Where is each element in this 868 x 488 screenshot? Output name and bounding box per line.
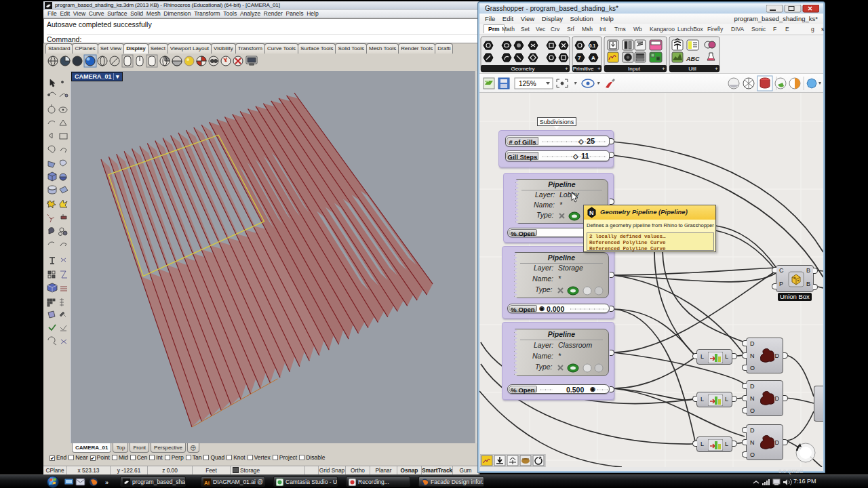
svg-text:125%: 125% [519, 80, 536, 87]
svg-text:+: + [662, 66, 665, 72]
svg-text:7: 7 [578, 55, 581, 61]
svg-text:A: A [591, 55, 595, 61]
svg-text:0.1: 0.1 [589, 43, 595, 48]
svg-text:Primitive: Primitive [573, 66, 594, 72]
svg-text:Util: Util [688, 66, 696, 72]
svg-text:ABC: ABC [686, 56, 700, 62]
svg-text:Ai: Ai [204, 480, 210, 486]
svg-text:»: » [105, 479, 108, 486]
svg-text:Geometry: Geometry [511, 66, 534, 72]
svg-text:+: + [565, 66, 568, 72]
svg-text:N: N [589, 209, 594, 216]
svg-text:Input: Input [628, 66, 641, 72]
svg-text:+: + [597, 66, 601, 72]
svg-text:+: + [715, 66, 718, 72]
